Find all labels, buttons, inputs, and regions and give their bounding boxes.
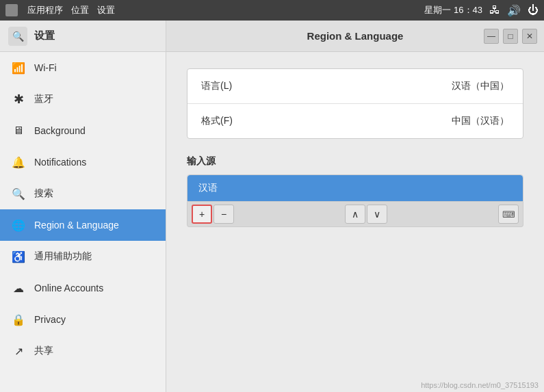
- sidebar-item-search[interactable]: 🔍 搜索: [0, 178, 166, 209]
- sidebar-item-privacy[interactable]: 🔒 Privacy: [0, 304, 166, 335]
- language-label: 语言(L): [201, 80, 232, 92]
- content-body: 语言(L) 汉语（中国） 格式(F) 中国（汉语） 输入源 汉语 + − ∧ ∨: [166, 52, 544, 392]
- move-up-button[interactable]: ∧: [345, 205, 365, 224]
- watermark: https://blog.csdn.net/m0_37515193: [421, 381, 539, 389]
- power-icon[interactable]: ⏻: [528, 4, 539, 16]
- topbar-left: 应用程序 位置 设置: [5, 4, 424, 16]
- sidebar-item-background[interactable]: 🖥 Background: [0, 115, 166, 146]
- remove-input-button[interactable]: −: [213, 205, 234, 224]
- language-value: 汉语（中国）: [452, 80, 509, 92]
- accessibility-icon: ♿: [11, 249, 26, 264]
- input-list: 汉语: [187, 174, 523, 202]
- wifi-label: Wi-Fi: [34, 62, 57, 73]
- sidebar-item-region[interactable]: 🌐 Region & Language: [0, 209, 166, 241]
- background-icon: 🖥: [11, 123, 26, 138]
- sharing-icon: ↗: [11, 343, 26, 358]
- region-label: Region & Language: [34, 220, 119, 231]
- accessibility-label: 通用辅助功能: [34, 250, 92, 263]
- language-row[interactable]: 语言(L) 汉语（中国）: [187, 69, 523, 104]
- app-icon: [5, 4, 18, 16]
- close-button[interactable]: ✕: [522, 29, 537, 44]
- sidebar-header: 🔍 设置: [0, 21, 166, 52]
- move-down-button[interactable]: ∨: [367, 205, 387, 224]
- content-titlebar: Region & Language — □ ✕: [166, 21, 544, 52]
- format-label: 格式(F): [201, 115, 233, 127]
- sidebar-items: 📶 Wi-Fi ✱ 蓝牙 🖥 Background 🔔 Notification…: [0, 52, 166, 392]
- sidebar: 🔍 设置 📶 Wi-Fi ✱ 蓝牙 🖥 Background 🔔 Notific…: [0, 21, 166, 392]
- sidebar-item-sharing[interactable]: ↗ 共享: [0, 335, 166, 367]
- window-controls: — □ ✕: [484, 29, 537, 44]
- sidebar-item-wifi[interactable]: 📶 Wi-Fi: [0, 52, 166, 83]
- add-input-button[interactable]: +: [192, 205, 212, 224]
- sidebar-item-accessibility[interactable]: ♿ 通用辅助功能: [0, 241, 166, 272]
- app-menu[interactable]: 应用程序: [27, 4, 63, 16]
- format-row[interactable]: 格式(F) 中国（汉语）: [187, 104, 523, 138]
- sidebar-item-bluetooth[interactable]: ✱ 蓝牙: [0, 83, 166, 115]
- keyboard-settings-button[interactable]: ⌨: [498, 205, 519, 224]
- privacy-icon: 🔒: [11, 312, 26, 327]
- background-label: Background: [34, 125, 86, 136]
- topbar: 应用程序 位置 设置 星期一 16：43 🖧 🔊 ⏻: [0, 0, 544, 21]
- location-menu[interactable]: 位置: [71, 4, 89, 16]
- minimize-button[interactable]: —: [484, 29, 499, 44]
- topbar-right: 星期一 16：43 🖧 🔊 ⏻: [424, 4, 539, 17]
- search-icon[interactable]: 🔍: [8, 27, 27, 46]
- online-accounts-label: Online Accounts: [34, 283, 103, 293]
- online-accounts-icon: ☁: [11, 280, 26, 296]
- sound-icon[interactable]: 🔊: [507, 4, 521, 17]
- input-toolbar: + − ∧ ∨ ⌨: [187, 202, 523, 227]
- search-label: 搜索: [34, 187, 53, 200]
- privacy-label: Privacy: [34, 314, 66, 325]
- input-sources-title: 输入源: [187, 155, 523, 168]
- settings-table: 语言(L) 汉语（中国） 格式(F) 中国（汉语）: [187, 68, 523, 139]
- main-window: 🔍 设置 📶 Wi-Fi ✱ 蓝牙 🖥 Background 🔔 Notific…: [0, 21, 544, 392]
- sidebar-item-online-accounts[interactable]: ☁ Online Accounts: [0, 272, 166, 304]
- network-icon[interactable]: 🖧: [489, 4, 500, 16]
- format-value: 中国（汉语）: [452, 115, 509, 127]
- notifications-icon: 🔔: [11, 155, 26, 170]
- content-area: Region & Language — □ ✕ 语言(L) 汉语（中国） 格式(…: [166, 21, 544, 392]
- bluetooth-label: 蓝牙: [34, 93, 53, 105]
- region-icon: 🌐: [11, 218, 26, 233]
- sidebar-item-notifications[interactable]: 🔔 Notifications: [0, 146, 166, 178]
- input-list-item-chinese[interactable]: 汉语: [187, 175, 523, 201]
- search-sidebar-icon: 🔍: [11, 186, 26, 201]
- sidebar-title: 设置: [34, 29, 55, 42]
- maximize-button[interactable]: □: [503, 29, 518, 44]
- content-title: Region & Language: [307, 30, 404, 42]
- sharing-label: 共享: [34, 345, 53, 357]
- topbar-menu: 应用程序 位置 设置: [27, 4, 115, 16]
- wifi-icon: 📶: [11, 60, 26, 75]
- bluetooth-icon: ✱: [11, 92, 26, 107]
- settings-menu[interactable]: 设置: [97, 4, 115, 16]
- datetime-label: 星期一 16：43: [424, 4, 482, 16]
- notifications-label: Notifications: [34, 157, 86, 168]
